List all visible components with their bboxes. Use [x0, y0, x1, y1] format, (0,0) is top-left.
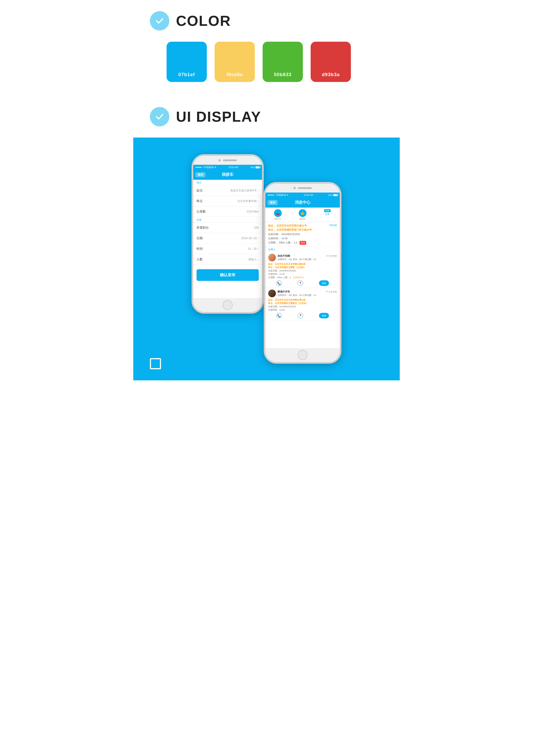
phone1-speaker	[223, 159, 237, 161]
ui-display-check-icon	[150, 107, 169, 126]
phone1-camera	[218, 159, 221, 161]
swatch-green-label: 50b833	[274, 72, 292, 77]
phone2-status-bar: ●●●●○ 中国移动 ✦ 8:59 AM 99%	[266, 193, 340, 198]
route-date-line: 出发日期： 2015年02月28日	[268, 232, 337, 236]
phone1-screen: ●●●●○ 中国移动 ✦ 8:59 AM 99% 返回 我搭车 地点	[193, 165, 262, 298]
passengers-label: 合乘人	[266, 247, 340, 252]
white-square-logo	[150, 358, 161, 369]
phone1: ●●●●○ 中国移动 ✦ 8:59 AM 99% 返回 我搭车 地点	[191, 154, 264, 314]
phone1-dest-chevron: ›	[258, 200, 259, 202]
phone1-people-row[interactable]: 人数 请输入...	[193, 254, 262, 265]
passenger2-location-action[interactable]: 📍	[297, 313, 303, 318]
phone2-top	[266, 184, 340, 193]
phone1-date-value: 2014–02–10	[212, 237, 257, 240]
passenger1-details: 起点：北京市丰台区天龙华鹤公寓B座 终点：北京市西城区文慧桥（公交站） 出发日期…	[268, 262, 337, 279]
phone1-battery: 99%	[250, 166, 260, 169]
ui-display-title: UI DISPLAY	[176, 108, 261, 125]
phones-container: ●●●●○ 中国移动 ✦ 8:59 AM 99% 返回 我搭车 地点	[133, 138, 400, 364]
passenger2-name: 醉酒不开车	[278, 290, 326, 294]
route-origin-label: 起点：	[268, 224, 276, 227]
blue-background: ●●●●○ 中国移动 ✦ 8:59 AM 99% 返回 我搭车 地点	[133, 138, 400, 380]
phone1-home-btn[interactable]	[223, 300, 233, 310]
passenger1-rating: 信用评分：5分 积分：66 订单次数：12	[278, 258, 337, 261]
phone1-dest-value: 北京市外事学校	[212, 199, 257, 203]
phone1-km-value: 约25.8km	[212, 210, 259, 214]
ride-icon: 👍	[299, 209, 307, 217]
phone1-carrier: ●●●●○ 中国移动 ✦	[195, 166, 216, 169]
passenger2-avatar	[268, 289, 276, 297]
phone1-km-row: 公里数 约25.8km	[193, 206, 262, 217]
phone1-km-label: 公里数	[196, 209, 212, 214]
color-section: COLOR 07b1ef f9ce5e 50b833 d93b3a	[133, 0, 400, 93]
phone1-date-row[interactable]: 日期 2014–02–10 ›	[193, 233, 262, 244]
route-origin-line: 起点： 北京市丰台区百强大道10号 查看地图	[268, 224, 337, 228]
tab-drive-label: 我开车	[274, 218, 281, 221]
phone1-back-btn[interactable]: 返回	[195, 172, 205, 177]
tab-ride[interactable]: 👍 我搭车	[290, 207, 315, 222]
tab-carpool-label: 合乘	[325, 213, 330, 216]
route-origin: 北京市丰台区百强大道10号	[276, 224, 307, 227]
swatch-yellow: f9ce5e	[215, 42, 255, 82]
phone1-people-label: 人数	[196, 257, 212, 261]
phone1-top	[193, 156, 262, 165]
drive-icon: 🚗	[274, 209, 282, 217]
color-swatches: 07b1ef f9ce5e 50b833 d93b3a	[133, 36, 400, 93]
route-dest-label: 终点：	[268, 229, 276, 231]
passenger2-header: 醉酒不开车 ✔ 天龙华鹤 信用评分：5分 积分：66 订单次数：12	[268, 289, 337, 297]
phone1-dest-row[interactable]: 终点 北京市外事学校 ›	[193, 196, 262, 206]
map-btn[interactable]: 查看地图	[329, 224, 337, 227]
phone1-score-value: 100	[212, 226, 259, 229]
phone2-phone-icon: 📞	[276, 313, 282, 318]
color-section-header: COLOR	[133, 0, 400, 36]
swatch-blue: 07b1ef	[166, 42, 207, 82]
passenger-card-1: 欣欣不怕辣 ✔ 天龙华鹤 信用评分：5分 积分：66 订单次数：12 起点：北京…	[266, 252, 340, 288]
passenger-card-2: 醉酒不开车 ✔ 天龙华鹤 信用评分：5分 积分：66 订单次数：12 起点：北京…	[266, 288, 340, 320]
phone2-home-area	[266, 348, 340, 362]
phone1-time-row[interactable]: 时间 14：30 ›	[193, 244, 262, 254]
ui-display-header: UI DISPLAY	[133, 96, 400, 132]
phone1-confirm-btn[interactable]: 确认发布	[196, 269, 259, 281]
tab-carpool[interactable]: TAXI 合乘	[315, 207, 340, 222]
phone1-people-value: 请输入...	[212, 257, 259, 261]
phone1-origin-chevron: ›	[258, 189, 259, 192]
route-km-line: 公里数： 33km 人数： 1人 取消	[268, 241, 337, 245]
location-icon: 📍	[297, 280, 303, 286]
passenger1-invite-btn[interactable]: 邀请	[319, 280, 329, 286]
color-check-icon	[150, 11, 169, 31]
phone2-route-info: 起点： 北京市丰台区百强大道10号 查看地图 终点： 北京市西城区西直门外大街2…	[266, 222, 340, 247]
phone1-section-depart: 出发	[193, 217, 262, 223]
tab-drive[interactable]: 🚗 我开车	[266, 207, 290, 222]
phone-icon: 📞	[276, 280, 282, 286]
phone1-time: 8:59 AM	[229, 166, 238, 169]
passenger1-phone-action[interactable]: 📞	[276, 280, 282, 286]
ui-display-section: UI DISPLAY ●●●●○ 中国移动 ✦ 8:59 AM 99%	[133, 93, 400, 380]
phone2-screen: ●●●●○ 中国移动 ✦ 8:59 AM 99% 返回 消息中心	[266, 193, 340, 348]
phone1-nav: 返回 我搭车	[193, 170, 262, 180]
passenger1-location-action[interactable]: 📍	[297, 280, 303, 286]
phone2-back-btn[interactable]: 返回	[267, 200, 278, 205]
phone1-date-chevron: ›	[258, 237, 259, 240]
phone2-nav: 返回 消息中心	[266, 198, 340, 207]
passenger1-avatar	[268, 254, 276, 261]
passenger2-phone-action[interactable]: 📞	[276, 313, 282, 318]
passenger2-actions: 📞 📍 邀请	[268, 313, 337, 318]
phone1-home-area	[193, 298, 262, 312]
swatch-red-label: d93b3a	[322, 72, 340, 77]
phone1-time-label: 时间	[196, 247, 212, 251]
phone2-camera	[293, 187, 296, 189]
phone2-home-btn[interactable]	[297, 350, 308, 360]
phone1-origin-row[interactable]: 起点 海淀区五道口新村6号 ›	[193, 185, 262, 196]
swatch-yellow-label: f9ce5e	[226, 72, 243, 77]
passenger1-header: 欣欣不怕辣 ✔ 天龙华鹤 信用评分：5分 积分：66 订单次数：12	[268, 254, 337, 261]
passenger2-verified-icon: ✔	[326, 290, 328, 293]
route-dest: 北京市西城区西直门外大街28号	[276, 229, 312, 231]
color-title: COLOR	[176, 13, 231, 29]
passenger2-invite-btn[interactable]: 邀请	[319, 313, 329, 318]
passenger1-source: 天龙华鹤	[328, 255, 337, 257]
taxi-badge: TAXI	[324, 209, 331, 212]
phone1-origin-value: 海淀区五道口新村6号	[212, 189, 257, 193]
cancel-btn[interactable]: 取消	[299, 241, 306, 245]
passenger1-actions: 📞 📍 邀请	[268, 280, 337, 286]
passenger2-details: 起点：北京市丰台区天龙华鹤公寓A座 终点：北京市西城区文慧桥北（公交站） 出发日…	[268, 298, 337, 312]
passenger2-rating: 信用评分：5分 积分：66 订单次数：12	[278, 294, 337, 297]
